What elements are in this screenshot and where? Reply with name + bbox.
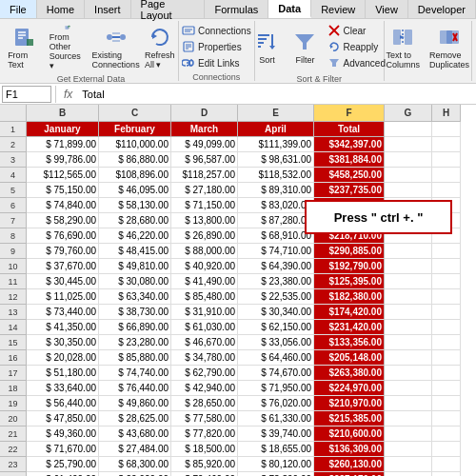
cell-d8[interactable]: $ 26,890.00 xyxy=(171,228,238,244)
existing-connections-button[interactable]: ExistingConnections xyxy=(92,23,140,72)
cell-c13[interactable]: $ 38,730.00 xyxy=(99,305,171,320)
cell-c9[interactable]: $ 48,415.00 xyxy=(99,244,171,259)
header-february[interactable]: February xyxy=(99,122,171,137)
cell-d18[interactable]: $ 42,940.00 xyxy=(171,381,238,396)
cell-c12[interactable]: $ 63,340.00 xyxy=(99,289,171,305)
cell-f18[interactable]: $224,970.00 xyxy=(314,381,385,396)
cell-e16[interactable]: $ 64,460.00 xyxy=(238,350,314,366)
cell-f13[interactable]: $174,420.00 xyxy=(314,305,385,320)
cell-d3[interactable]: $ 96,587.00 xyxy=(171,152,238,168)
col-header-d[interactable]: D xyxy=(171,105,238,122)
cell-e10[interactable]: $ 64,390.00 xyxy=(238,259,314,274)
cell-c10[interactable]: $ 49,810.00 xyxy=(99,259,171,274)
tab-developer[interactable]: Developer xyxy=(408,0,476,18)
header-march[interactable]: March xyxy=(171,122,238,137)
cell-d16[interactable]: $ 34,780.00 xyxy=(171,350,238,366)
cell-e24[interactable]: $ 73,390.00 xyxy=(238,472,314,476)
cell-d23[interactable]: $ 85,920.00 xyxy=(171,457,238,472)
edit-links-button[interactable]: Edit Links xyxy=(178,55,255,70)
cell-f19[interactable]: $210,970.00 xyxy=(314,396,385,411)
from-other-sources-button[interactable]: DB From OtherSources ▾ xyxy=(46,23,90,72)
cell-c24[interactable]: $ 22,920.00 xyxy=(99,472,171,476)
cell-b19[interactable]: $ 56,440.00 xyxy=(27,396,99,411)
cell-c2[interactable]: $110,000.00 xyxy=(99,137,171,152)
cell-d19[interactable]: $ 28,650.00 xyxy=(171,396,238,411)
properties-button[interactable]: Properties xyxy=(178,39,255,54)
sort-button[interactable]: Sort xyxy=(248,23,285,72)
cell-f11[interactable]: $125,395.00 xyxy=(314,274,385,289)
cell-f5[interactable]: $237,735.00 xyxy=(314,183,385,198)
cell-b18[interactable]: $ 33,640.00 xyxy=(27,381,99,396)
cell-d12[interactable]: $ 85,480.00 xyxy=(171,289,238,305)
cell-b5[interactable]: $ 75,150.00 xyxy=(27,183,99,198)
cell-d7[interactable]: $ 13,800.00 xyxy=(171,213,238,228)
cell-d14[interactable]: $ 61,030.00 xyxy=(171,320,238,335)
cell-f12[interactable]: $182,380.00 xyxy=(314,289,385,305)
cell-b10[interactable]: $ 37,670.00 xyxy=(27,259,99,274)
cell-c21[interactable]: $ 43,680.00 xyxy=(99,426,171,442)
cell-f21[interactable]: $210,600.00 xyxy=(314,426,385,442)
cell-e11[interactable]: $ 23,380.00 xyxy=(238,274,314,289)
tab-insert[interactable]: Insert xyxy=(85,0,131,18)
tab-review[interactable]: Review xyxy=(311,0,366,18)
cell-e21[interactable]: $ 39,740.00 xyxy=(238,426,314,442)
clear-button[interactable]: Clear xyxy=(325,23,388,38)
col-header-f[interactable]: F xyxy=(314,105,385,122)
cell-c11[interactable]: $ 30,080.00 xyxy=(99,274,171,289)
cell-b4[interactable]: $112,565.00 xyxy=(27,168,99,183)
remove-duplicates-button[interactable]: RemoveDuplicates xyxy=(426,23,473,72)
cell-e3[interactable]: $ 98,631.00 xyxy=(238,152,314,168)
cell-b9[interactable]: $ 79,760.00 xyxy=(27,244,99,259)
cell-d9[interactable]: $ 88,000.00 xyxy=(171,244,238,259)
cell-f9[interactable]: $290,885.00 xyxy=(314,244,385,259)
cell-b3[interactable]: $ 99,786.00 xyxy=(27,152,99,168)
cell-d4[interactable]: $118,257.00 xyxy=(171,168,238,183)
refresh-all-button[interactable]: RefreshAll ▾ xyxy=(142,23,178,72)
tab-view[interactable]: View xyxy=(366,0,408,18)
reapply-button[interactable]: Reapply xyxy=(325,39,388,54)
cell-b2[interactable]: $ 71,899.00 xyxy=(27,137,99,152)
cell-d6[interactable]: $ 71,150.00 xyxy=(171,198,238,213)
cell-e23[interactable]: $ 80,120.00 xyxy=(238,457,314,472)
tab-data[interactable]: Data xyxy=(268,0,311,18)
cell-f2[interactable]: $342,397.00 xyxy=(314,137,385,152)
header-april[interactable]: April xyxy=(238,122,314,137)
cell-b15[interactable]: $ 30,350.00 xyxy=(27,335,99,350)
cell-e7[interactable]: $ 87,280.00 xyxy=(238,213,314,228)
cell-c6[interactable]: $ 58,130.00 xyxy=(99,198,171,213)
cell-c19[interactable]: $ 49,860.00 xyxy=(99,396,171,411)
cell-d13[interactable]: $ 31,910.00 xyxy=(171,305,238,320)
cell-e22[interactable]: $ 18,655.00 xyxy=(238,442,314,457)
cell-b22[interactable]: $ 71,670.00 xyxy=(27,442,99,457)
cell-e4[interactable]: $118,532.00 xyxy=(238,168,314,183)
cell-b21[interactable]: $ 49,360.00 xyxy=(27,426,99,442)
cell-b17[interactable]: $ 51,180.00 xyxy=(27,366,99,381)
header-total[interactable]: Total xyxy=(314,122,385,137)
cell-d17[interactable]: $ 62,790.00 xyxy=(171,366,238,381)
cell-b7[interactable]: $ 58,290.00 xyxy=(27,213,99,228)
cell-f23[interactable]: $260,130.00 xyxy=(314,457,385,472)
cell-c4[interactable]: $108,896.00 xyxy=(99,168,171,183)
cell-e8[interactable]: $ 68,910.00 xyxy=(238,228,314,244)
cell-f16[interactable]: $205,148.00 xyxy=(314,350,385,366)
cell-f14[interactable]: $231,420.00 xyxy=(314,320,385,335)
text-to-columns-button[interactable]: Text toColumns xyxy=(383,23,425,72)
cell-e6[interactable]: $ 83,020.00 xyxy=(238,198,314,213)
tab-page-layout[interactable]: Page Layout xyxy=(131,0,206,18)
cell-b23[interactable]: $ 25,790.00 xyxy=(27,457,99,472)
cell-b12[interactable]: $ 11,025.00 xyxy=(27,289,99,305)
cell-e9[interactable]: $ 74,710.00 xyxy=(238,244,314,259)
cell-c3[interactable]: $ 86,880.00 xyxy=(99,152,171,168)
cell-b20[interactable]: $ 47,850.00 xyxy=(27,411,99,426)
cell-f10[interactable]: $192,790.00 xyxy=(314,259,385,274)
cell-b13[interactable]: $ 73,440.00 xyxy=(27,305,99,320)
col-header-h[interactable]: H xyxy=(432,105,461,122)
cell-d21[interactable]: $ 77,820.00 xyxy=(171,426,238,442)
cell-e20[interactable]: $ 61,330.00 xyxy=(238,411,314,426)
cell-c8[interactable]: $ 46,220.00 xyxy=(99,228,171,244)
cell-d20[interactable]: $ 77,580.00 xyxy=(171,411,238,426)
cell-d11[interactable]: $ 41,490.00 xyxy=(171,274,238,289)
cell-c16[interactable]: $ 85,880.00 xyxy=(99,350,171,366)
from-text-button[interactable]: From Text xyxy=(4,23,44,72)
cell-c20[interactable]: $ 28,625.00 xyxy=(99,411,171,426)
